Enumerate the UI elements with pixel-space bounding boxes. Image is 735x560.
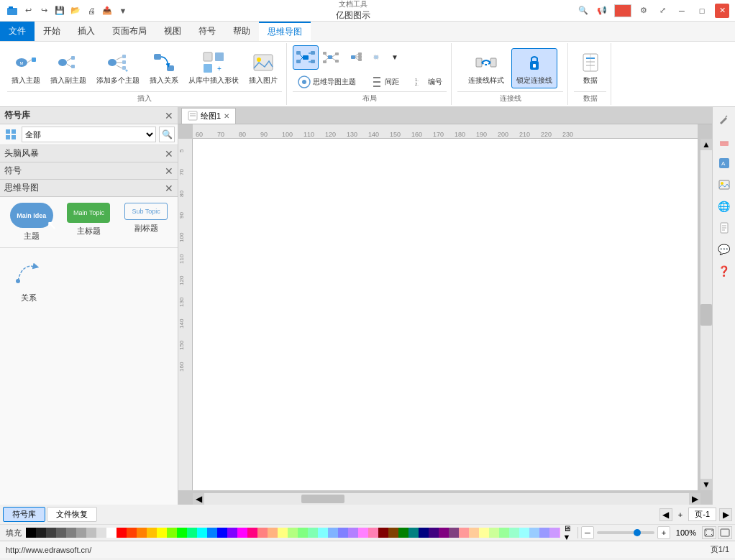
expand-icon[interactable]: ⤢ xyxy=(656,4,669,17)
scrollbar-right[interactable]: ▲ ▼ xyxy=(700,139,712,490)
category-brainstorm[interactable]: 头脑风暴 ✕ xyxy=(0,145,178,162)
category-mindmap[interactable]: 思维导图 ✕ xyxy=(0,180,178,197)
color-swatch[interactable] xyxy=(348,528,358,538)
color-swatch[interactable] xyxy=(529,528,539,538)
color-swatch[interactable] xyxy=(378,528,388,538)
color-swatch[interactable] xyxy=(388,528,398,538)
right-tool-pencil[interactable] xyxy=(714,110,734,130)
color-swatch[interactable] xyxy=(429,528,439,538)
color-swatch[interactable] xyxy=(66,528,76,538)
color-swatch[interactable] xyxy=(549,528,560,538)
category-brainstorm-close[interactable]: ✕ xyxy=(165,148,173,160)
layout-mindmap-btn[interactable] xyxy=(293,45,319,70)
menu-view[interactable]: 视图 xyxy=(155,22,190,41)
data-btn[interactable]: 数据 xyxy=(574,49,606,88)
color-swatch[interactable] xyxy=(76,528,86,538)
category-symbol[interactable]: 符号 ✕ xyxy=(0,162,178,180)
canvas-tab-close-btn[interactable]: ✕ xyxy=(224,112,229,120)
right-tool-web[interactable]: 🌐 xyxy=(714,196,734,216)
color-swatch[interactable] xyxy=(459,528,469,538)
export-btn[interactable]: 📤 xyxy=(101,4,114,17)
color-swatch[interactable] xyxy=(197,528,207,538)
redo-btn[interactable]: ↪ xyxy=(37,4,50,17)
menu-mindmap[interactable]: 思维导图 xyxy=(259,22,311,41)
color-swatch[interactable] xyxy=(439,528,449,538)
layout-down-btn[interactable]: ▼ xyxy=(389,45,401,70)
color-swatch[interactable] xyxy=(358,528,368,538)
scroll-up-btn[interactable]: ▲ xyxy=(700,139,712,150)
color-swatch[interactable] xyxy=(56,528,66,538)
sidebar-close-btn[interactable]: ✕ xyxy=(165,110,173,121)
color-swatch[interactable] xyxy=(368,528,378,538)
color-swatch[interactable] xyxy=(469,528,479,538)
menu-file[interactable]: 文件 xyxy=(0,22,35,41)
add-multi-btn[interactable]: + 添加多个主题 xyxy=(92,49,144,88)
insert-main-topic-btn[interactable]: M 插入主题 xyxy=(7,49,45,88)
color-swatch[interactable] xyxy=(489,528,499,538)
right-tool-color[interactable]: A xyxy=(714,153,734,173)
open-btn[interactable]: 📂 xyxy=(69,4,82,17)
category-mindmap-close[interactable]: ✕ xyxy=(165,183,173,194)
scroll-left-btn[interactable]: ◀ xyxy=(193,493,204,505)
color-swatch[interactable] xyxy=(257,528,268,538)
color-swatch[interactable] xyxy=(117,528,127,538)
color-swatch[interactable] xyxy=(288,528,298,538)
symbol-sub-topic[interactable]: Sub Topic 副标题 xyxy=(120,203,172,242)
color-swatch[interactable] xyxy=(36,528,46,538)
color-picker[interactable] xyxy=(614,4,631,17)
scroll-down-btn[interactable]: ▼ xyxy=(700,479,712,490)
color-swatch[interactable] xyxy=(86,528,96,538)
bottom-tab-symbols[interactable]: 符号库 xyxy=(3,507,45,522)
scrollbar-bottom[interactable]: ◀ ▶ xyxy=(193,493,700,505)
menu-home[interactable]: 开始 xyxy=(35,22,69,41)
lock-connector-btn[interactable]: 锁定连接线 xyxy=(511,48,557,88)
layout3-btn[interactable] xyxy=(343,45,365,70)
page-prev-btn[interactable]: ◀ xyxy=(659,508,672,521)
canvas-tab-drawing[interactable]: 绘图1 ✕ xyxy=(181,108,236,124)
color-swatch[interactable] xyxy=(177,528,187,538)
layout4-btn[interactable] xyxy=(366,45,388,70)
sidebar-category-select[interactable]: 全部 xyxy=(22,127,156,142)
color-swatch[interactable] xyxy=(479,528,489,538)
main-topic-shape[interactable]: Main Topic xyxy=(67,203,110,223)
color-swatch[interactable] xyxy=(96,528,106,538)
color-swatch[interactable] xyxy=(398,528,408,538)
zoom-in-btn[interactable]: + xyxy=(657,526,670,539)
color-swatch[interactable] xyxy=(449,528,459,538)
share-icon[interactable]: 📢 xyxy=(595,4,608,17)
menu-help[interactable]: 帮助 xyxy=(224,22,259,41)
insert-relation-btn[interactable]: 插入关系 xyxy=(145,49,183,88)
connector-style-btn[interactable]: 连接线样式 xyxy=(464,49,508,88)
scroll-thumb-v[interactable] xyxy=(700,304,712,326)
menu-symbol[interactable]: 符号 xyxy=(190,22,224,41)
right-tool-image[interactable] xyxy=(714,175,734,195)
color-swatch[interactable] xyxy=(539,528,549,538)
color-swatch[interactable] xyxy=(167,528,177,538)
color-swatch[interactable] xyxy=(106,528,117,538)
sidebar-search-btn[interactable]: 🔍 xyxy=(159,127,175,142)
menu-layout[interactable]: 页面布局 xyxy=(104,22,155,41)
print-btn[interactable]: 🖨 xyxy=(85,4,98,17)
save-btn[interactable]: 💾 xyxy=(53,4,66,17)
page-next-btn[interactable]: ▶ xyxy=(719,508,732,521)
color-swatch[interactable] xyxy=(338,528,348,538)
canvas-main[interactable] xyxy=(193,139,698,490)
color-swatch[interactable] xyxy=(26,528,36,538)
category-symbol-close[interactable]: ✕ xyxy=(165,165,173,177)
color-swatch[interactable] xyxy=(499,528,509,538)
search-icon-tb[interactable]: 🔍 xyxy=(577,4,590,17)
menu-insert[interactable]: 插入 xyxy=(69,22,104,41)
relation-item[interactable]: 关系 xyxy=(0,248,58,309)
color-swatch[interactable] xyxy=(328,528,338,538)
color-swatch[interactable] xyxy=(268,528,278,538)
insert-from-library-btn[interactable]: + 从库中插入形状 xyxy=(184,49,243,88)
color-swatch[interactable] xyxy=(187,528,197,538)
color-swatch[interactable] xyxy=(318,528,328,538)
color-swatch[interactable] xyxy=(519,528,529,538)
fullscreen-btn[interactable] xyxy=(718,526,732,539)
layout2-btn[interactable] xyxy=(320,45,342,70)
color-swatch[interactable] xyxy=(298,528,308,538)
scroll-right-btn[interactable]: ▶ xyxy=(689,493,700,505)
main-idea-shape[interactable]: Main Idea ↖ xyxy=(10,203,53,228)
color-swatch[interactable] xyxy=(157,528,167,538)
